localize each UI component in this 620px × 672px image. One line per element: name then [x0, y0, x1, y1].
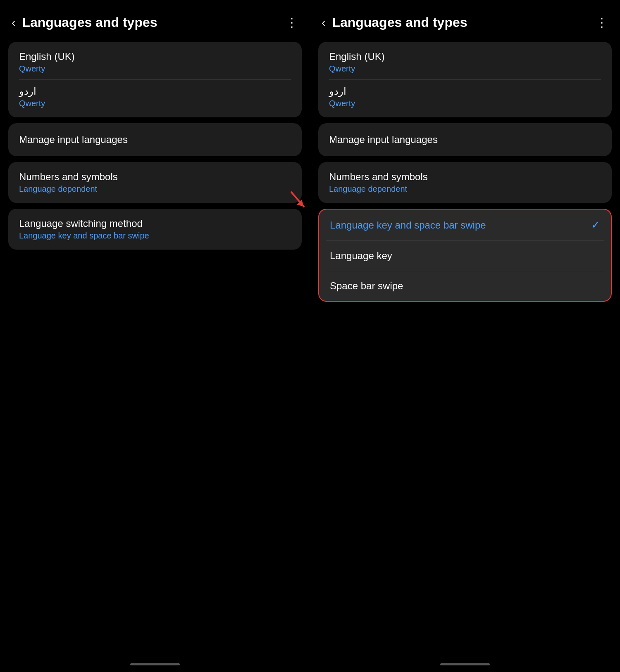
right-content: English (UK) Qwerty اردو Qwerty Manage i… — [310, 42, 620, 302]
right-lang2-name: اردو — [329, 86, 601, 97]
right-numbers-title: Numbers and symbols — [329, 171, 601, 183]
left-lang2-name: اردو — [19, 86, 291, 97]
left-back-icon[interactable]: ‹ — [12, 16, 15, 29]
right-dropdown-card[interactable]: Language key and space bar swipe ✓ Langu… — [318, 209, 612, 302]
left-switching-card[interactable]: Language switching method Language key a… — [8, 209, 302, 250]
left-header-title: Languages and types — [22, 15, 157, 30]
dropdown-item-2[interactable]: Space bar swipe — [319, 271, 611, 301]
right-header-title: Languages and types — [332, 15, 467, 30]
left-numbers-subtitle: Language dependent — [19, 184, 291, 194]
dropdown-item-0[interactable]: Language key and space bar swipe ✓ — [319, 210, 611, 241]
check-icon: ✓ — [591, 219, 600, 231]
left-manage-card[interactable]: Manage input languages — [8, 123, 302, 156]
right-panel: ‹ Languages and types ⋮ English (UK) Qwe… — [310, 0, 620, 672]
right-back-icon[interactable]: ‹ — [322, 16, 325, 29]
dropdown-item-0-label: Language key and space bar swipe — [330, 219, 486, 231]
left-languages-card[interactable]: English (UK) Qwerty اردو Qwerty — [8, 42, 302, 117]
left-more-icon[interactable]: ⋮ — [286, 16, 298, 29]
left-content: English (UK) Qwerty اردو Qwerty Manage i… — [0, 42, 310, 250]
right-header-left: ‹ Languages and types — [322, 15, 467, 30]
dropdown-item-1[interactable]: Language key — [319, 241, 611, 271]
dropdown-item-2-label: Space bar swipe — [330, 280, 403, 292]
right-more-icon[interactable]: ⋮ — [596, 16, 608, 29]
right-lang1-type: Qwerty — [329, 64, 601, 74]
left-bottom-bar — [130, 663, 180, 665]
left-lang1-name: English (UK) — [19, 51, 291, 62]
left-header: ‹ Languages and types ⋮ — [0, 0, 310, 42]
left-lang1-type: Qwerty — [19, 64, 291, 74]
right-manage-label: Manage input languages — [329, 134, 438, 145]
right-numbers-card[interactable]: Numbers and symbols Language dependent — [318, 162, 612, 203]
left-manage-label: Manage input languages — [19, 134, 128, 145]
right-bottom-bar — [440, 663, 490, 665]
left-switching-container: Language switching method Language key a… — [8, 209, 302, 250]
left-switching-title: Language switching method — [19, 218, 291, 229]
dropdown-item-1-label: Language key — [330, 250, 392, 262]
left-lang2-type: Qwerty — [19, 99, 291, 108]
right-header: ‹ Languages and types ⋮ — [310, 0, 620, 42]
left-switching-subtitle: Language key and space bar swipe — [19, 231, 291, 241]
right-numbers-subtitle: Language dependent — [329, 184, 601, 194]
left-header-left: ‹ Languages and types — [12, 15, 157, 30]
red-arrow-icon — [285, 188, 310, 213]
left-lang-divider — [19, 79, 291, 80]
left-numbers-title: Numbers and symbols — [19, 171, 291, 183]
left-numbers-card[interactable]: Numbers and symbols Language dependent — [8, 162, 302, 203]
right-lang-divider — [329, 79, 601, 80]
right-lang1-name: English (UK) — [329, 51, 601, 62]
left-panel: ‹ Languages and types ⋮ English (UK) Qwe… — [0, 0, 310, 672]
right-languages-card[interactable]: English (UK) Qwerty اردو Qwerty — [318, 42, 612, 117]
right-manage-card[interactable]: Manage input languages — [318, 123, 612, 156]
right-lang2-type: Qwerty — [329, 99, 601, 108]
